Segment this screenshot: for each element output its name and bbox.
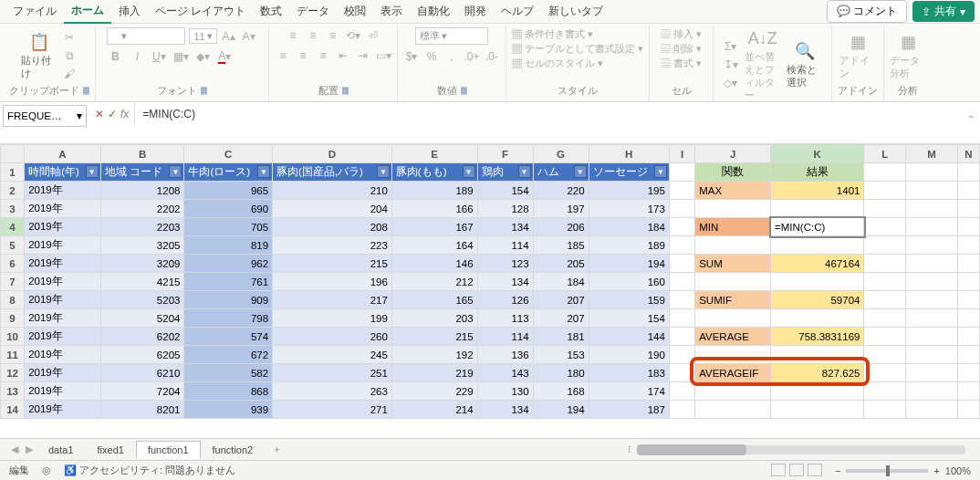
cell-B9[interactable]: 5204	[100, 309, 184, 328]
cell-N4[interactable]	[957, 218, 979, 236]
border-button[interactable]: ▦▾	[172, 48, 189, 65]
cell-H14[interactable]: 187	[589, 401, 669, 419]
select-all-corner[interactable]	[1, 145, 25, 163]
cell-N14[interactable]	[957, 401, 979, 419]
cell-J7[interactable]	[695, 273, 771, 291]
comma-icon[interactable]: ,	[443, 48, 460, 65]
data-analysis-button[interactable]: ▦データ分析	[890, 31, 926, 80]
cell-I9[interactable]	[669, 309, 694, 328]
menu-automate[interactable]: 自動化	[410, 0, 457, 23]
increase-font-icon[interactable]: A▴	[221, 28, 237, 45]
filter-icon[interactable]: ▼	[463, 165, 475, 178]
cell-D4[interactable]: 208	[273, 218, 392, 236]
cell-M8[interactable]	[906, 291, 958, 309]
cell-I5[interactable]	[669, 236, 694, 255]
cell-G9[interactable]: 207	[533, 309, 589, 328]
menu-home[interactable]: ホーム	[64, 0, 111, 24]
cell-K3[interactable]	[771, 200, 864, 218]
cell-A9[interactable]: 2019年	[25, 309, 101, 328]
zoom-control[interactable]: −+ 100%	[835, 465, 971, 476]
cell-D14[interactable]: 271	[273, 401, 392, 419]
underline-button[interactable]: U▾	[151, 48, 167, 65]
view-buttons[interactable]	[767, 464, 822, 478]
cell-J4[interactable]: MIN	[695, 218, 771, 236]
cell-A4[interactable]: 2019年	[25, 218, 101, 236]
cancel-icon[interactable]: ✕	[95, 108, 104, 120]
cell-F4[interactable]: 134	[477, 218, 533, 236]
filter-icon[interactable]: ▼	[574, 165, 587, 178]
cell-M2[interactable]	[906, 182, 958, 200]
cell-G2[interactable]: 220	[533, 182, 589, 200]
menu-help[interactable]: ヘルプ	[494, 0, 541, 23]
cell-J14[interactable]	[695, 401, 771, 419]
cell-B2[interactable]: 1208	[100, 182, 184, 200]
col-header-H[interactable]: H	[589, 145, 669, 163]
horizontal-scrollbar[interactable]	[637, 445, 965, 454]
cell-G13[interactable]: 168	[533, 382, 589, 401]
cell-F12[interactable]: 143	[477, 364, 533, 382]
cell-D2[interactable]: 210	[273, 182, 392, 200]
cell-E6[interactable]: 146	[391, 255, 477, 273]
cell-G6[interactable]: 205	[533, 255, 589, 273]
cell-N8[interactable]	[957, 291, 979, 309]
cell-F6[interactable]: 123	[477, 255, 533, 273]
find-select-button[interactable]: 🔍検索と選択	[787, 40, 823, 89]
cell-G5[interactable]: 185	[533, 236, 589, 255]
cell-E5[interactable]: 164	[391, 236, 477, 255]
cell-D6[interactable]: 215	[273, 255, 392, 273]
cell-L14[interactable]	[864, 401, 906, 419]
copy-icon[interactable]: ⧉	[61, 47, 78, 64]
formula-input[interactable]: =MIN(C:C) ⌃	[134, 102, 980, 126]
cell-I7[interactable]	[669, 273, 694, 291]
filter-icon[interactable]: ▼	[257, 165, 270, 178]
col-header-L[interactable]: L	[864, 145, 906, 163]
zoom-level[interactable]: 100%	[945, 465, 971, 476]
cell-D1[interactable]: 豚肉(国産品,バラ)▼	[273, 163, 392, 182]
row-header-8[interactable]: 8	[1, 291, 25, 309]
cell-K9[interactable]	[771, 309, 864, 328]
menu-review[interactable]: 校閲	[337, 0, 373, 23]
cell-J9[interactable]	[695, 309, 771, 328]
cell-G11[interactable]: 153	[533, 346, 589, 364]
cell-H13[interactable]: 174	[589, 382, 669, 401]
col-header-M[interactable]: M	[906, 145, 958, 163]
row-header-9[interactable]: 9	[1, 309, 25, 328]
col-header-I[interactable]: I	[669, 145, 694, 163]
row-header-14[interactable]: 14	[1, 401, 25, 419]
cell-D9[interactable]: 199	[273, 309, 392, 328]
cell-L12[interactable]	[864, 364, 906, 382]
cell-J13[interactable]	[695, 382, 771, 401]
col-header-G[interactable]: G	[533, 145, 589, 163]
cell-H8[interactable]: 159	[589, 291, 669, 309]
cell-A11[interactable]: 2019年	[25, 346, 101, 364]
row-header-2[interactable]: 2	[1, 182, 25, 200]
cell-D13[interactable]: 263	[273, 382, 392, 401]
macro-record-icon[interactable]: ◎	[42, 464, 51, 476]
cell-J6[interactable]: SUM	[695, 255, 771, 273]
cell-A7[interactable]: 2019年	[25, 273, 101, 291]
cell-K8[interactable]: 59704	[771, 291, 864, 309]
cell-E2[interactable]: 189	[391, 182, 477, 200]
col-header-N[interactable]: N	[957, 145, 979, 163]
cell-I14[interactable]	[669, 401, 694, 419]
cell-K2[interactable]: 1401	[771, 182, 864, 200]
cell-L11[interactable]	[864, 346, 906, 364]
cell-D10[interactable]: 260	[273, 328, 392, 346]
name-box[interactable]: FREQUE…▾	[3, 105, 87, 127]
cell-F5[interactable]: 114	[477, 236, 533, 255]
cell-C5[interactable]: 819	[184, 236, 273, 255]
align-left-icon[interactable]: ≡	[275, 47, 291, 64]
cell-C1[interactable]: 牛肉(ロース)▼	[184, 163, 273, 182]
enter-icon[interactable]: ✓	[108, 108, 117, 120]
cell-J11[interactable]	[695, 346, 771, 364]
cell-N13[interactable]	[957, 382, 979, 401]
add-sheet-button[interactable]: ＋	[265, 443, 289, 456]
clear-icon[interactable]: ◇▾	[723, 75, 739, 91]
row-header-10[interactable]: 10	[1, 328, 25, 346]
tab-nav-next[interactable]: ▶	[22, 443, 36, 455]
cell-M1[interactable]	[906, 163, 958, 182]
decrease-font-icon[interactable]: A▾	[241, 28, 257, 45]
comment-button[interactable]: 💬 コメント	[827, 0, 907, 23]
cell-C3[interactable]: 690	[184, 200, 273, 218]
cell-I8[interactable]	[669, 291, 694, 309]
